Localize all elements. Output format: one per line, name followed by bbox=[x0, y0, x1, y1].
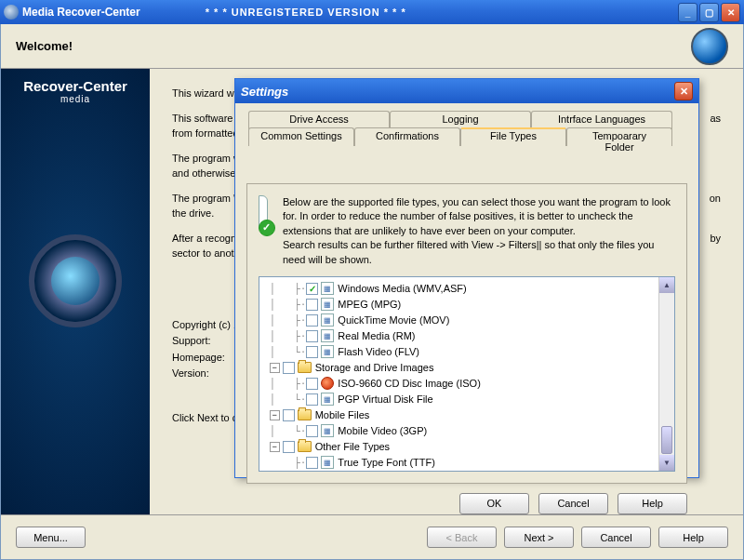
wizard-header: Welcome! bbox=[1, 24, 743, 69]
filetype-description: Below are the supported file types, you … bbox=[283, 195, 675, 238]
dialog-close-button[interactable]: ✕ bbox=[674, 82, 693, 100]
checkbox-other[interactable] bbox=[283, 441, 295, 453]
folder-icon bbox=[298, 362, 312, 373]
filetype-description-2: Search results can be further filtered w… bbox=[283, 238, 675, 267]
checkbox-mpg[interactable] bbox=[306, 299, 318, 311]
menu-button[interactable]: Menu... bbox=[16, 527, 86, 548]
collapse-icon[interactable]: − bbox=[270, 442, 280, 452]
file-icon: ▦ bbox=[321, 393, 334, 406]
scroll-up-icon[interactable]: ▲ bbox=[659, 277, 674, 293]
collapse-icon[interactable]: − bbox=[270, 363, 280, 373]
checkbox-wmv[interactable]: ✓ bbox=[306, 283, 318, 295]
collapse-icon[interactable]: − bbox=[270, 410, 280, 420]
document-check-icon: ✓ bbox=[259, 195, 273, 234]
filetype-tree[interactable]: │ ├·✓▦Windows Media (WMV,ASF) │ ├·▦MPEG … bbox=[259, 276, 675, 472]
checkbox-flv[interactable] bbox=[306, 346, 318, 358]
checkbox-iso[interactable] bbox=[306, 378, 318, 390]
disc-icon bbox=[321, 377, 334, 390]
file-icon: ▦ bbox=[321, 329, 334, 342]
brand-name: Recover-Center bbox=[23, 78, 127, 94]
file-icon: ▦ bbox=[321, 456, 334, 469]
brand-sub: media bbox=[60, 94, 90, 104]
checkbox-ttf[interactable] bbox=[306, 457, 318, 469]
dialog-title: Settings bbox=[241, 85, 288, 99]
settings-dialog: Settings ✕ Drive Access Logging Intrface… bbox=[234, 78, 699, 478]
eye-logo-icon bbox=[29, 234, 122, 327]
tab-logging[interactable]: Logging bbox=[390, 111, 531, 129]
sidebar: Recover-Center media bbox=[1, 69, 150, 514]
ok-button[interactable]: OK bbox=[459, 493, 529, 514]
file-icon: ▦ bbox=[321, 298, 334, 311]
maximize-button[interactable]: ▢ bbox=[699, 3, 719, 22]
file-icon: ▦ bbox=[321, 345, 334, 358]
scroll-down-icon[interactable]: ▼ bbox=[659, 455, 674, 471]
checkbox-3gp[interactable] bbox=[306, 425, 318, 437]
page-title: Welcome! bbox=[16, 39, 73, 53]
folder-icon bbox=[298, 409, 312, 420]
window-title: Media Recover-Center bbox=[22, 6, 140, 19]
tab-common-settings[interactable]: Common Settings bbox=[248, 127, 354, 146]
file-icon: ▦ bbox=[321, 282, 334, 295]
checkbox-mov[interactable] bbox=[306, 314, 318, 327]
header-logo-icon bbox=[691, 28, 728, 65]
tab-drive-access[interactable]: Drive Access bbox=[248, 111, 390, 129]
next-button[interactable]: Next > bbox=[504, 527, 574, 548]
cancel-button[interactable]: Cancel bbox=[581, 527, 651, 548]
checkbox-mobile[interactable] bbox=[283, 409, 295, 421]
tab-temporary-folder[interactable]: Tempoarary Folder bbox=[566, 127, 672, 146]
dialog-help-button[interactable]: Help bbox=[618, 493, 687, 514]
folder-icon bbox=[298, 441, 312, 452]
help-button[interactable]: Help bbox=[658, 527, 728, 548]
dialog-titlebar: Settings ✕ bbox=[235, 79, 698, 103]
minimize-button[interactable]: _ bbox=[678, 3, 698, 22]
dialog-cancel-button[interactable]: Cancel bbox=[538, 493, 608, 514]
app-icon bbox=[4, 5, 19, 20]
checkbox-rm[interactable] bbox=[306, 330, 318, 342]
unregistered-banner: * * * UNREGISTERED VERSION * * * bbox=[206, 7, 406, 18]
scrollbar-thumb[interactable] bbox=[661, 426, 672, 454]
file-icon: ▦ bbox=[321, 313, 334, 327]
window-titlebar: Media Recover-Center * * * UNREGISTERED … bbox=[0, 0, 744, 24]
tab-panel: ✓ Below are the supported file types, yo… bbox=[246, 183, 687, 484]
tab-file-types[interactable]: File Types bbox=[460, 127, 566, 146]
scrollbar[interactable]: ▲ ▼ bbox=[658, 277, 674, 471]
tab-confirmations[interactable]: Confirmations bbox=[354, 127, 460, 146]
checkbox-storage[interactable] bbox=[283, 362, 295, 374]
tab-languages[interactable]: Intrface Languages bbox=[531, 111, 672, 129]
close-button[interactable]: ✕ bbox=[721, 3, 740, 22]
back-button[interactable]: < Back bbox=[427, 527, 497, 548]
checkbox-pgp[interactable] bbox=[306, 393, 318, 406]
file-icon: ▦ bbox=[321, 424, 334, 437]
